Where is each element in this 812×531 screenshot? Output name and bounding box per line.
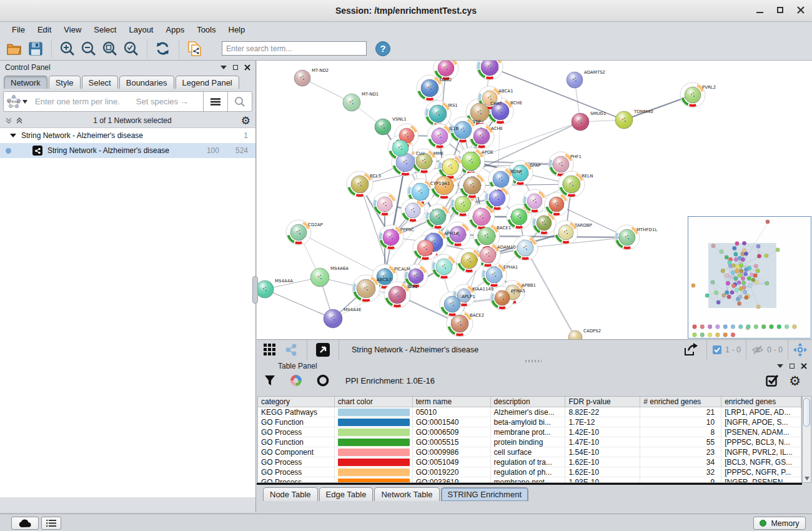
graph-node-il1b[interactable] <box>432 128 448 144</box>
graph-node-ms4a6a[interactable] <box>310 268 329 287</box>
graph-node[interactable] <box>517 240 533 256</box>
menu-item-layout[interactable]: Layout <box>123 23 159 36</box>
export-network-icon[interactable] <box>681 340 700 359</box>
column-header-term-name[interactable]: term name <box>413 397 491 407</box>
tab-legend-panel[interactable]: Legend Panel <box>176 76 239 89</box>
graph-node-tomm40[interactable] <box>615 111 633 129</box>
menu-item-edit[interactable]: Edit <box>32 23 57 36</box>
table-panel-close-icon[interactable] <box>801 363 807 369</box>
graph-node-apoe[interactable] <box>462 152 480 171</box>
menu-item-help[interactable]: Help <box>223 23 251 36</box>
column-header-category[interactable]: category <box>258 397 335 407</box>
graph-node-tardbp[interactable] <box>558 225 573 240</box>
column-header-description[interactable]: description <box>491 397 566 407</box>
graph-node[interactable] <box>461 252 477 269</box>
graph-node-cd2ap[interactable] <box>290 224 307 241</box>
minimize-icon[interactable] <box>756 12 763 13</box>
table-row[interactable]: KEGG Pathways05010Alzheimer's dise...8.8… <box>258 407 801 417</box>
graph-node-adamts2[interactable] <box>567 72 583 88</box>
string-logo-icon[interactable]: STRING <box>4 94 30 109</box>
collapse-all-icon[interactable] <box>5 117 13 124</box>
graph-node-bace2[interactable] <box>451 315 468 332</box>
zoom-in-icon[interactable] <box>58 39 77 58</box>
graph-node-cyp19a1[interactable] <box>412 183 429 201</box>
tab-select[interactable]: Select <box>82 76 118 89</box>
cloud-tasks-button[interactable] <box>11 517 39 530</box>
string-options-icon[interactable] <box>204 91 227 112</box>
copy-network-icon[interactable] <box>186 39 204 58</box>
tab-network-table[interactable]: Network Table <box>374 487 439 501</box>
grid-view-icon[interactable] <box>260 340 279 359</box>
graph-node[interactable] <box>442 159 458 175</box>
graph-node[interactable] <box>527 194 542 209</box>
graph-node-smug1[interactable] <box>572 113 589 131</box>
graph-node-pvrl2[interactable] <box>685 87 701 103</box>
graph-node-gab2[interactable] <box>421 79 438 97</box>
network-collection-row[interactable]: String Network - Alzheimer's disease 1 <box>0 128 255 143</box>
graph-node-irs1[interactable] <box>429 105 447 122</box>
graph-node-bin1[interactable] <box>389 286 406 304</box>
scroll-down-icon[interactable] <box>805 477 810 480</box>
graph-node[interactable] <box>511 209 527 225</box>
table-row[interactable]: GO FunctionGO:0005515protein binding1.47… <box>258 437 801 447</box>
hidden-eye-icon[interactable] <box>751 345 764 355</box>
graph-node[interactable] <box>408 269 423 284</box>
string-query-input[interactable]: Enter one term per line. Set species → <box>30 97 203 106</box>
donut-chart-icon[interactable] <box>289 374 303 387</box>
menu-item-file[interactable]: File <box>6 23 31 36</box>
menu-item-tools[interactable]: Tools <box>191 23 221 36</box>
expand-all-icon[interactable] <box>16 117 24 124</box>
tab-string-enrichment[interactable]: STRING Enrichment <box>441 487 528 501</box>
graph-node-mt-nd1[interactable] <box>343 94 360 111</box>
maximize-icon[interactable] <box>777 7 783 13</box>
graph-node[interactable] <box>377 197 392 212</box>
graph-node[interactable] <box>537 216 552 231</box>
panel-menu-icon[interactable] <box>220 66 227 69</box>
table-scrollbar-thumb[interactable] <box>803 398 810 427</box>
table-scrollbar[interactable] <box>802 396 811 483</box>
panel-splitter-handle[interactable] <box>252 276 258 304</box>
set-species-hint[interactable]: Set species → <box>136 97 189 106</box>
graph-node-ms4a4a[interactable] <box>257 280 274 298</box>
graph-node-ache[interactable] <box>473 128 490 144</box>
graph-node-phf1[interactable] <box>553 156 569 172</box>
graph-node-abca7[interactable] <box>357 279 375 298</box>
graph-node[interactable] <box>392 140 408 156</box>
tab-node-table[interactable]: Node Table <box>263 487 318 501</box>
panel-float-icon[interactable] <box>233 65 238 70</box>
graph-node[interactable] <box>436 259 452 275</box>
graph-node-epha1[interactable] <box>486 267 502 283</box>
tab-boundaries[interactable]: Boundaries <box>119 76 174 89</box>
column-header---enriched-genes[interactable]: # enriched genes <box>640 397 721 407</box>
table-settings-gear-icon[interactable]: ⚙ <box>789 374 801 387</box>
graph-node-ppp5c[interactable] <box>383 229 399 246</box>
close-icon[interactable] <box>797 6 805 14</box>
graph-node[interactable] <box>481 61 498 76</box>
graph-node-efna5[interactable] <box>495 290 510 305</box>
selected-nodes-checkbox-icon[interactable] <box>712 345 722 355</box>
pan-move-icon[interactable] <box>793 343 807 357</box>
tree-expand-caret-icon[interactable] <box>10 133 16 138</box>
column-header-chart-color[interactable]: chart color <box>335 397 413 407</box>
tab-edge-table[interactable]: Edge Table <box>319 487 374 501</box>
graph-node[interactable] <box>405 203 420 218</box>
network-options-gear-icon[interactable]: ⚙ <box>241 116 250 126</box>
menu-item-view[interactable]: View <box>58 23 87 36</box>
graph-node-cadps2[interactable] <box>568 330 582 339</box>
graph-node-bdnf[interactable] <box>493 171 509 187</box>
graph-node-bace1[interactable] <box>478 227 495 245</box>
menu-item-apps[interactable]: Apps <box>161 23 191 36</box>
search-input[interactable] <box>222 41 367 56</box>
table-row[interactable]: GO ComponentGO:0009986cell surface1.54E-… <box>258 447 801 457</box>
table-row[interactable]: GO ProcessGO:0019220regulation of ph...1… <box>258 467 801 477</box>
column-header-enriched-genes[interactable]: enriched genes <box>721 397 801 407</box>
network-canvas[interactable]: MT-ND2MT-ND1VSNL1GAB2IRS1CHATBCHEIL1BTNF… <box>257 61 812 339</box>
string-share-icon[interactable] <box>282 340 300 359</box>
graph-node[interactable] <box>549 197 564 212</box>
refresh-icon[interactable] <box>154 39 172 58</box>
tab-network[interactable]: Network <box>4 76 47 89</box>
graph-node-mthfd1l[interactable] <box>619 229 635 246</box>
graph-node-reln[interactable] <box>563 176 580 193</box>
table-panel-menu-icon[interactable] <box>777 364 783 368</box>
table-panel-grip[interactable] <box>525 360 542 362</box>
